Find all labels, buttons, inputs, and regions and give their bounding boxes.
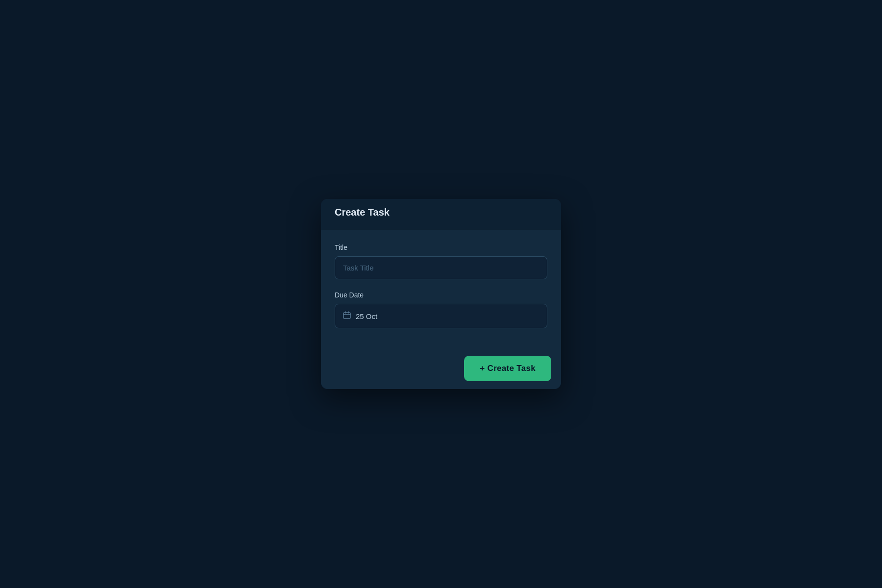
due-date-form-group: Due Date 25 Oct: [335, 291, 547, 328]
app-container: Horizon Events Book backline: [321, 199, 561, 389]
modal-footer: + Create Task: [321, 348, 561, 389]
title-form-group: Title: [335, 244, 547, 279]
svg-rect-12: [343, 313, 350, 318]
due-date-input[interactable]: 25 Oct: [335, 304, 547, 328]
modal-title: Create Task: [335, 207, 390, 218]
task-title-input[interactable]: [335, 256, 547, 279]
modal-header: Create Task: [321, 199, 561, 230]
create-task-modal: Create Task Title Due Date 25 Oct: [321, 199, 561, 389]
create-task-button[interactable]: + Create Task: [464, 356, 551, 381]
due-date-value: 25 Oct: [356, 312, 377, 320]
calendar-icon: [343, 311, 351, 321]
title-label: Title: [335, 244, 547, 251]
due-date-label: Due Date: [335, 291, 547, 299]
